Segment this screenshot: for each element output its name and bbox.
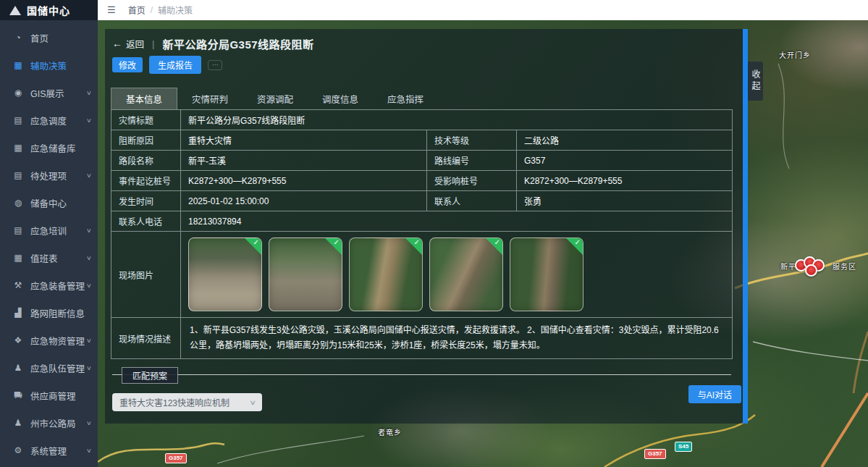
field-label: 现场图片 — [111, 232, 181, 318]
incident-marker[interactable] — [805, 264, 817, 277]
field-label: 现场情况描述 — [111, 318, 181, 359]
sidebar-menu: ◔ 首页 ▦ 辅助决策 ◉ GIS展示 ∨ ▤ 应急调度 ∨ ▦ 应急储备库 ▤… — [0, 20, 98, 464]
sidebar-item-assist-decision[interactable]: ▦ 辅助决策 — [0, 51, 98, 79]
check-icon: ✓ — [414, 238, 420, 246]
chevron-down-icon: ∨ — [86, 447, 92, 454]
sidebar-item-label: 应急培训 — [30, 224, 67, 237]
panel-scrollbar[interactable] — [743, 29, 748, 424]
team-icon: ♟ — [12, 363, 24, 373]
breadcrumb-current: 辅助决策 — [158, 4, 193, 16]
sidebar-item-team-mgmt[interactable]: ♟ 应急队伍管理 ∨ — [0, 354, 98, 382]
sidebar-item-home[interactable]: ◔ 首页 — [0, 24, 98, 51]
chevron-down-icon: ∨ — [86, 117, 92, 124]
map-place-label: 服务区 — [833, 261, 856, 272]
scene-photo-thumbnail[interactable]: ✓ — [269, 237, 342, 311]
dashboard-icon: ◔ — [12, 33, 24, 43]
sidebar-item-supplies-mgmt[interactable]: ❖ 应急物资管理 ∨ — [0, 327, 98, 354]
tab-dispatch-info[interactable]: 调度信息 — [308, 88, 373, 109]
collapse-sidebar-icon[interactable]: ☰ — [107, 4, 116, 15]
field-label: 灾情标题 — [111, 110, 181, 130]
map-place-label: 新平 — [780, 261, 796, 272]
road-shield: G357 — [644, 449, 666, 459]
check-icon: ✓ — [253, 238, 259, 246]
back-arrow-icon[interactable]: ← — [112, 38, 122, 49]
more-icon[interactable]: ⋯ — [208, 60, 222, 70]
chevron-down-icon: ∨ — [86, 172, 92, 179]
chevron-down-icon: ∨ — [86, 227, 92, 234]
app-logo[interactable]: 国储中心 — [0, 0, 98, 20]
scene-photos: ✓ ✓ ✓ ✓ ✓ — [188, 237, 583, 311]
sidebar-item-emergency-training[interactable]: ▤ 应急培训 ∨ — [0, 216, 98, 244]
check-icon: ✓ — [334, 238, 340, 246]
check-icon: ✓ — [494, 238, 500, 246]
sidebar-item-supplier-mgmt[interactable]: ⛟ 供应商管理 — [0, 382, 98, 409]
sidebar: 国储中心 ◔ 首页 ▦ 辅助决策 ◉ GIS展示 ∨ ▤ 应急调度 ∨ ▦ 应急… — [0, 0, 98, 467]
scene-photo-thumbnail[interactable]: ✓ — [429, 237, 503, 311]
field-value: 重特大灾情 — [181, 130, 427, 151]
truck-icon: ⛟ — [12, 390, 24, 400]
sidebar-item-label: 系统管理 — [30, 444, 67, 458]
check-icon: ✓ — [575, 238, 581, 246]
field-label: 发生时间 — [111, 191, 181, 211]
sidebar-item-system-mgmt[interactable]: ⚙ 系统管理 ∨ — [0, 437, 98, 464]
sidebar-item-emergency-dispatch[interactable]: ▤ 应急调度 ∨ — [0, 106, 98, 134]
topbar: ☰ 首页 / 辅助决策 — [98, 0, 868, 20]
chevron-down-icon: ∨ — [86, 337, 92, 344]
sidebar-item-duty-roster[interactable]: ▦ 值班表 ∨ — [0, 244, 98, 272]
chevron-down-icon: ∨ — [86, 255, 92, 261]
generate-report-button[interactable]: 生成报告 — [149, 56, 201, 74]
sidebar-item-label: 应急装备管理 — [30, 279, 85, 293]
field-label: 联系人 — [427, 191, 517, 211]
sidebar-item-road-block-info[interactable]: ▟ 路网阻断信息 — [0, 299, 98, 327]
field-label: 路线编号 — [427, 151, 517, 171]
detail-tabs: 基本信息 灾情研判 资源调配 调度信息 应急指挥 — [111, 88, 733, 109]
incident-detail-panel: 收起 ← 返回 | 新平公路分局G357线路段阻断 修改 生成报告 ⋯ 基本信息… — [105, 29, 748, 424]
scene-photo-thumbnail[interactable]: ✓ — [510, 237, 583, 311]
field-value: 张勇 — [517, 191, 733, 211]
sidebar-item-label: 辅助决策 — [30, 59, 67, 72]
chevron-down-icon: ∨ — [250, 399, 257, 406]
chevron-down-icon: ∨ — [86, 282, 92, 289]
field-value: 二级公路 — [517, 130, 733, 151]
field-label: 技术等级 — [427, 130, 517, 151]
sidebar-item-gis[interactable]: ◉ GIS展示 ∨ — [0, 79, 98, 106]
field-value: 2025-01-02 15:00:00 — [181, 191, 427, 211]
sidebar-item-label: 应急调度 — [30, 114, 67, 127]
sidebar-item-label: GIS展示 — [30, 86, 64, 100]
field-label: 受影响桩号 — [427, 171, 517, 191]
sidebar-item-label: 待处理项 — [30, 169, 67, 182]
tab-emergency-command[interactable]: 应急指挥 — [373, 88, 438, 109]
matched-plan-section-divider: 匹配预案 — [112, 374, 731, 375]
field-label: 联系人电话 — [111, 211, 181, 232]
field-value: K2872+300—K2879+555 — [517, 171, 733, 191]
document-icon: ▤ — [12, 170, 24, 180]
sidebar-item-reserve-center[interactable]: ◍ 储备中心 — [0, 189, 98, 216]
scene-photo-thumbnail[interactable]: ✓ — [188, 237, 262, 311]
sidebar-item-equipment-mgmt[interactable]: ⚒ 应急装备管理 ∨ — [0, 272, 98, 299]
tab-disaster-analysis[interactable]: 灾情研判 — [177, 88, 243, 109]
tab-resource-allocation[interactable]: 资源调配 — [243, 88, 308, 109]
back-button[interactable]: 返回 — [126, 37, 144, 51]
field-label: 路段名称 — [111, 151, 181, 171]
field-label: 阻断原因 — [111, 130, 181, 151]
incident-info-table: 灾情标题 新平公路分局G357线路段阻断 阻断原因 重特大灾情 技术等级 二级公… — [111, 109, 733, 359]
app-title: 国储中心 — [27, 3, 70, 17]
map-place-label: 大开门乡 — [779, 49, 811, 60]
person-icon: ♟ — [12, 418, 24, 428]
plan-select[interactable]: 重特大灾害123快速响应机制 ∨ — [112, 393, 262, 411]
tab-basic-info[interactable]: 基本信息 — [111, 88, 177, 109]
document-icon: ▤ — [12, 225, 24, 235]
collapse-panel-tab[interactable]: 收起 — [748, 62, 763, 101]
chevron-down-icon: ∨ — [86, 365, 92, 371]
plan-select-value: 重特大灾害123快速响应机制 — [119, 396, 229, 408]
gear-icon: ⚙ — [12, 445, 24, 455]
sidebar-item-pending[interactable]: ▤ 待处理项 ∨ — [0, 161, 98, 189]
sidebar-item-label: 首页 — [30, 31, 49, 45]
edit-button[interactable]: 修改 — [112, 57, 143, 72]
ai-chat-button[interactable]: 与AI对话 — [688, 385, 741, 403]
breadcrumb-home[interactable]: 首页 — [128, 4, 146, 16]
sidebar-item-reserve-depot[interactable]: ▦ 应急储备库 — [0, 134, 98, 161]
scene-photo-thumbnail[interactable]: ✓ — [349, 237, 423, 311]
sidebar-item-city-highway-bureau[interactable]: ♟ 州市公路局 ∨ — [0, 409, 98, 437]
scene-description: 1、新平县G357线发生3处公路灾毁，玉溪公路局向国储中心报送灾情，发起救援请求… — [181, 318, 733, 359]
